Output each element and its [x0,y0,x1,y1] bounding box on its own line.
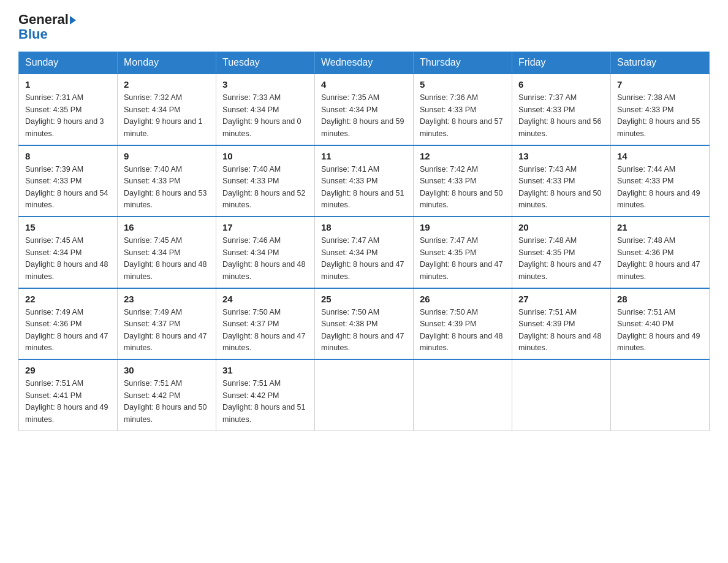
calendar-week-row: 15 Sunrise: 7:45 AMSunset: 4:34 PMDaylig… [19,216,710,288]
day-info: Sunrise: 7:42 AMSunset: 4:33 PMDaylight:… [420,165,503,209]
day-number: 28 [617,294,703,304]
day-number: 29 [25,365,111,375]
day-number: 8 [25,151,111,161]
day-of-week-header: Thursday [414,52,512,74]
day-number: 16 [124,222,210,232]
day-info: Sunrise: 7:40 AMSunset: 4:33 PMDaylight:… [124,165,207,209]
calendar-table: SundayMondayTuesdayWednesdayThursdayFrid… [18,52,710,431]
day-info: Sunrise: 7:33 AMSunset: 4:34 PMDaylight:… [222,93,301,137]
day-number: 18 [321,222,407,232]
day-of-week-header: Saturday [611,52,710,74]
calendar-cell [611,359,710,431]
day-number: 20 [518,222,604,232]
day-info: Sunrise: 7:51 AMSunset: 4:42 PMDaylight:… [222,379,306,423]
calendar-cell [512,359,611,431]
day-of-week-header: Friday [512,52,611,74]
day-info: Sunrise: 7:45 AMSunset: 4:34 PMDaylight:… [124,236,207,280]
day-number: 22 [25,294,111,304]
calendar-cell: 26 Sunrise: 7:50 AMSunset: 4:39 PMDaylig… [414,288,512,360]
day-info: Sunrise: 7:37 AMSunset: 4:33 PMDaylight:… [518,93,602,137]
calendar-cell: 29 Sunrise: 7:51 AMSunset: 4:41 PMDaylig… [19,359,118,431]
logo: GeneralBlue [18,12,76,42]
day-info: Sunrise: 7:47 AMSunset: 4:34 PMDaylight:… [321,236,404,280]
day-number: 26 [420,294,506,304]
day-info: Sunrise: 7:45 AMSunset: 4:34 PMDaylight:… [25,236,108,280]
calendar-cell: 18 Sunrise: 7:47 AMSunset: 4:34 PMDaylig… [315,216,414,288]
day-number: 27 [518,294,604,304]
calendar-cell: 10 Sunrise: 7:40 AMSunset: 4:33 PMDaylig… [216,145,315,217]
day-number: 11 [321,151,407,161]
calendar-cell: 6 Sunrise: 7:37 AMSunset: 4:33 PMDayligh… [512,74,611,145]
day-number: 6 [518,79,604,90]
day-number: 4 [321,79,407,90]
calendar-cell: 3 Sunrise: 7:33 AMSunset: 4:34 PMDayligh… [216,74,315,145]
day-of-week-header: Monday [118,52,216,74]
page-header: GeneralBlue [18,12,710,42]
day-number: 2 [124,79,210,90]
day-info: Sunrise: 7:48 AMSunset: 4:36 PMDaylight:… [617,236,700,280]
calendar-cell: 27 Sunrise: 7:51 AMSunset: 4:39 PMDaylig… [512,288,611,360]
day-number: 13 [518,151,604,161]
calendar-header-row: SundayMondayTuesdayWednesdayThursdayFrid… [19,52,710,74]
day-info: Sunrise: 7:36 AMSunset: 4:33 PMDaylight:… [420,93,503,137]
day-info: Sunrise: 7:35 AMSunset: 4:34 PMDaylight:… [321,93,404,137]
day-number: 25 [321,294,407,304]
day-number: 3 [222,79,308,90]
calendar-cell: 21 Sunrise: 7:48 AMSunset: 4:36 PMDaylig… [611,216,710,288]
calendar-cell: 17 Sunrise: 7:46 AMSunset: 4:34 PMDaylig… [216,216,315,288]
day-info: Sunrise: 7:43 AMSunset: 4:33 PMDaylight:… [518,165,602,209]
calendar-cell: 23 Sunrise: 7:49 AMSunset: 4:37 PMDaylig… [118,288,216,360]
day-number: 1 [25,79,111,90]
day-info: Sunrise: 7:40 AMSunset: 4:33 PMDaylight:… [222,165,306,209]
day-info: Sunrise: 7:39 AMSunset: 4:33 PMDaylight:… [25,165,108,209]
calendar-cell: 25 Sunrise: 7:50 AMSunset: 4:38 PMDaylig… [315,288,414,360]
calendar-cell [315,359,414,431]
day-number: 23 [124,294,210,304]
calendar-week-row: 29 Sunrise: 7:51 AMSunset: 4:41 PMDaylig… [19,359,710,431]
day-number: 17 [222,222,308,232]
calendar-cell: 7 Sunrise: 7:38 AMSunset: 4:33 PMDayligh… [611,74,710,145]
day-number: 21 [617,222,703,232]
calendar-cell: 31 Sunrise: 7:51 AMSunset: 4:42 PMDaylig… [216,359,315,431]
day-number: 9 [124,151,210,161]
calendar-cell: 20 Sunrise: 7:48 AMSunset: 4:35 PMDaylig… [512,216,611,288]
calendar-cell: 5 Sunrise: 7:36 AMSunset: 4:33 PMDayligh… [414,74,512,145]
day-info: Sunrise: 7:51 AMSunset: 4:40 PMDaylight:… [617,308,700,352]
day-info: Sunrise: 7:47 AMSunset: 4:35 PMDaylight:… [420,236,503,280]
calendar-cell: 22 Sunrise: 7:49 AMSunset: 4:36 PMDaylig… [19,288,118,360]
day-number: 15 [25,222,111,232]
calendar-cell: 13 Sunrise: 7:43 AMSunset: 4:33 PMDaylig… [512,145,611,217]
calendar-cell: 11 Sunrise: 7:41 AMSunset: 4:33 PMDaylig… [315,145,414,217]
calendar-week-row: 1 Sunrise: 7:31 AMSunset: 4:35 PMDayligh… [19,74,710,145]
calendar-cell: 28 Sunrise: 7:51 AMSunset: 4:40 PMDaylig… [611,288,710,360]
calendar-cell: 1 Sunrise: 7:31 AMSunset: 4:35 PMDayligh… [19,74,118,145]
day-info: Sunrise: 7:51 AMSunset: 4:39 PMDaylight:… [518,308,602,352]
calendar-week-row: 8 Sunrise: 7:39 AMSunset: 4:33 PMDayligh… [19,145,710,217]
day-of-week-header: Wednesday [315,52,414,74]
day-info: Sunrise: 7:38 AMSunset: 4:33 PMDaylight:… [617,93,700,137]
calendar-cell: 15 Sunrise: 7:45 AMSunset: 4:34 PMDaylig… [19,216,118,288]
calendar-cell: 9 Sunrise: 7:40 AMSunset: 4:33 PMDayligh… [118,145,216,217]
day-of-week-header: Sunday [19,52,118,74]
calendar-cell: 2 Sunrise: 7:32 AMSunset: 4:34 PMDayligh… [118,74,216,145]
day-number: 5 [420,79,506,90]
day-number: 10 [222,151,308,161]
day-info: Sunrise: 7:51 AMSunset: 4:42 PMDaylight:… [124,379,207,423]
day-info: Sunrise: 7:49 AMSunset: 4:36 PMDaylight:… [25,308,108,352]
calendar-week-row: 22 Sunrise: 7:49 AMSunset: 4:36 PMDaylig… [19,288,710,360]
calendar-cell: 14 Sunrise: 7:44 AMSunset: 4:33 PMDaylig… [611,145,710,217]
day-number: 24 [222,294,308,304]
calendar-cell [414,359,512,431]
calendar-cell: 24 Sunrise: 7:50 AMSunset: 4:37 PMDaylig… [216,288,315,360]
day-number: 31 [222,365,308,375]
day-info: Sunrise: 7:50 AMSunset: 4:37 PMDaylight:… [222,308,306,352]
calendar-cell: 8 Sunrise: 7:39 AMSunset: 4:33 PMDayligh… [19,145,118,217]
day-info: Sunrise: 7:41 AMSunset: 4:33 PMDaylight:… [321,165,404,209]
day-info: Sunrise: 7:44 AMSunset: 4:33 PMDaylight:… [617,165,700,209]
calendar-cell: 4 Sunrise: 7:35 AMSunset: 4:34 PMDayligh… [315,74,414,145]
day-info: Sunrise: 7:50 AMSunset: 4:38 PMDaylight:… [321,308,404,352]
day-number: 7 [617,79,703,90]
day-info: Sunrise: 7:48 AMSunset: 4:35 PMDaylight:… [518,236,602,280]
day-number: 19 [420,222,506,232]
day-number: 14 [617,151,703,161]
